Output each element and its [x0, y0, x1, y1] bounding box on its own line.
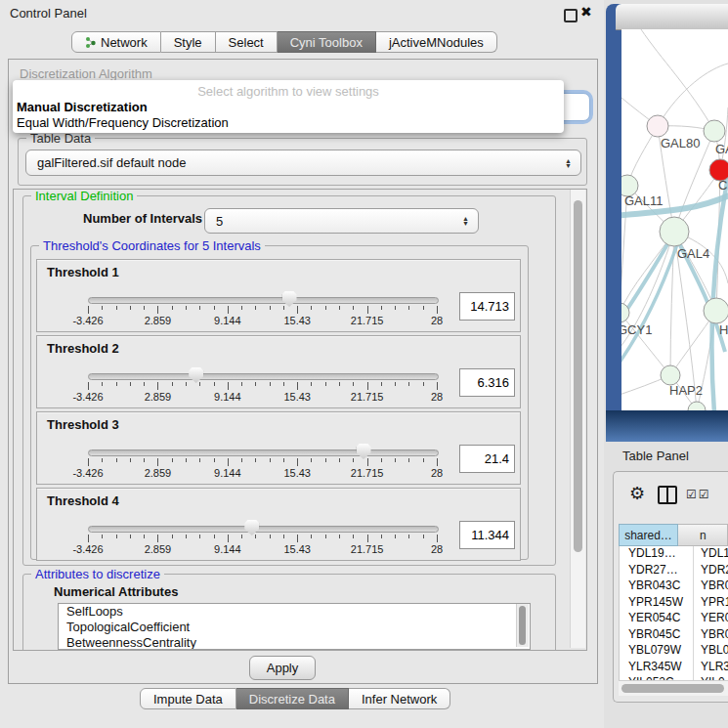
network-node-label: H [719, 322, 728, 337]
tab-select[interactable]: Select [216, 31, 278, 53]
cell-name: YBR0 [694, 627, 728, 644]
cell-name: YLR3 [694, 660, 728, 676]
tab-cyni-toolbox[interactable]: Cyni Toolbox [278, 31, 376, 53]
tab-discretize-data[interactable]: Discretize Data [236, 688, 349, 709]
table-row[interactable]: YBL079WYBL0 [620, 643, 728, 660]
network-node-green[interactable] [704, 120, 725, 142]
table-body[interactable]: YDL19…YDL1YDR27…YDR2YBR043CYBR0YPR145WYP… [619, 546, 728, 680]
network-node-green[interactable] [688, 402, 706, 410]
apply-button[interactable]: Apply [249, 656, 316, 680]
gear-icon[interactable]: ⚙ [629, 483, 645, 503]
apply-button-label: Apply [267, 661, 299, 675]
split-columns-icon[interactable] [658, 486, 677, 504]
slider-handle[interactable] [244, 520, 259, 535]
tab-infer-network[interactable]: Infer Network [349, 688, 450, 709]
scrollbar-thumb[interactable] [574, 200, 582, 552]
network-node-green[interactable] [660, 217, 689, 246]
network-node-green[interactable] [704, 298, 728, 323]
table-row[interactable]: YDR27…YDR2 [620, 563, 728, 579]
thresholds-group-label: Threshold's Coordinates for 5 Intervals [39, 238, 265, 253]
threshold-value-field[interactable]: 14.713 [459, 292, 515, 321]
stepper-arrows-icon: ▲▼ [462, 216, 469, 226]
axis-tick-label: 15.43 [283, 315, 311, 326]
network-edge[interactable] [658, 64, 728, 126]
threshold-value-field[interactable]: 6.316 [459, 368, 515, 397]
axis-tick-label: 21.715 [351, 315, 384, 326]
table-horizontal-scrollbar[interactable] [619, 680, 728, 696]
tab-impute-data[interactable]: Impute Data [140, 688, 236, 709]
network-edge[interactable] [641, 29, 714, 131]
dropdown-item-manual-discretization[interactable]: Manual Discretization [17, 100, 148, 114]
network-node-pink[interactable] [647, 115, 668, 137]
scrollbar-thumb[interactable] [621, 684, 724, 693]
table-row[interactable]: YBR045CYBR0 [620, 627, 728, 644]
slider-track[interactable] [88, 373, 439, 380]
cell-shared-name: YDR27… [620, 563, 694, 579]
tab-label: Cyni Toolbox [290, 35, 363, 50]
axis-tick-label: 21.715 [351, 543, 384, 555]
cell-name: YER0 [694, 611, 728, 627]
table-data-combobox[interactable]: galFiltered.sif default node ▲▼ [25, 150, 581, 176]
table-data-value: galFiltered.sif default node [37, 155, 186, 170]
network-canvas[interactable]: GAL80GACGAL11GAL4GCY1HHAP2 [621, 29, 728, 410]
tab-style[interactable]: Style [161, 31, 216, 53]
slider-axis-labels: -3.4262.8599.14415.4321.71528 [88, 467, 437, 479]
control-panel-window: Control Panel ✖ NetworkStyleSelectCyni T… [0, 0, 605, 728]
axis-tick-label: 9.144 [214, 391, 241, 403]
close-icon[interactable]: ✖ [580, 4, 592, 20]
panel-scrollbar[interactable] [570, 190, 585, 648]
axis-tick-label: 28 [431, 391, 443, 403]
network-window-frame-bottom [606, 410, 728, 442]
axis-tick-label: 21.715 [351, 467, 384, 479]
scrollbar-thumb[interactable] [519, 606, 526, 645]
slider-track[interactable] [88, 450, 439, 456]
network-window-titlebar [616, 4, 728, 30]
slider-track[interactable] [88, 297, 439, 304]
axis-tick-label: 15.43 [283, 391, 311, 403]
slider-handle[interactable] [357, 444, 371, 459]
cell-shared-name: YER054C [620, 611, 694, 627]
table-row[interactable]: YER054CYER0 [620, 611, 728, 627]
dropdown-placeholder-item: Select algorithm to view settings [13, 84, 564, 99]
slider-handle[interactable] [189, 367, 203, 383]
table-row[interactable]: YPR145WYPR1 [620, 595, 728, 612]
table-row[interactable]: YDL19…YDL1 [620, 546, 728, 563]
tab-label: Infer Network [362, 692, 437, 707]
table-panel-title: Table Panel [622, 449, 689, 463]
network-edge-thick[interactable] [711, 176, 728, 410]
slider-axis-labels: -3.4262.8599.14415.4321.71528 [88, 543, 437, 555]
tab-label: Style [174, 35, 202, 50]
column-header-name[interactable]: n [678, 524, 728, 546]
tab-network[interactable]: Network [71, 31, 161, 53]
axis-tick-label: 15.43 [283, 543, 311, 555]
number-of-intervals-label: Number of Intervals [83, 211, 202, 226]
table-row[interactable]: YBR043CYBR0 [620, 578, 728, 595]
control-panel-tab-bar: NetworkStyleSelectCyni ToolboxjActiveMNo… [71, 31, 497, 53]
slider-track[interactable] [88, 526, 439, 533]
attribute-list-item[interactable]: BetweennessCentrality [59, 635, 530, 650]
network-node-green[interactable] [661, 365, 680, 385]
threshold-value-field[interactable]: 21.4 [459, 445, 515, 473]
table-header-row: shared… n [619, 524, 728, 546]
cell-shared-name: YPR145W [620, 595, 694, 612]
network-node-label: GAL80 [661, 136, 700, 150]
slider-handle[interactable] [282, 291, 297, 307]
cell-name: YDR2 [694, 563, 728, 579]
select-columns-checkboxes-icon[interactable]: ☑☑ [686, 488, 711, 501]
float-window-icon[interactable] [564, 9, 578, 22]
cell-shared-name: YBR043C [620, 578, 694, 595]
numerical-attributes-label: Numerical Attributes [54, 584, 178, 599]
table-row[interactable]: YLR345WYLR3 [620, 660, 728, 676]
numerical-attributes-list[interactable]: SelfLoopsTopologicalCoefficientBetweenne… [58, 603, 531, 650]
cell-shared-name: YDL19… [620, 546, 694, 563]
attributes-list-scrollbar[interactable] [516, 604, 529, 647]
dropdown-item-equal-width-frequency[interactable]: Equal Width/Frequency Discretization [17, 115, 229, 130]
column-header-shared-name[interactable]: shared… [619, 524, 678, 546]
threshold-value-field[interactable]: 11.344 [459, 521, 515, 549]
tab-jactivemnodules[interactable]: jActiveMNodules [376, 31, 497, 53]
attribute-list-item[interactable]: TopologicalCoefficient [59, 620, 530, 635]
axis-tick-label: 28 [431, 543, 443, 555]
attribute-list-item[interactable]: SelfLoops [59, 604, 530, 620]
number-of-intervals-combobox[interactable]: 5 ▲▼ [204, 208, 479, 234]
axis-tick-label: 28 [431, 315, 443, 326]
